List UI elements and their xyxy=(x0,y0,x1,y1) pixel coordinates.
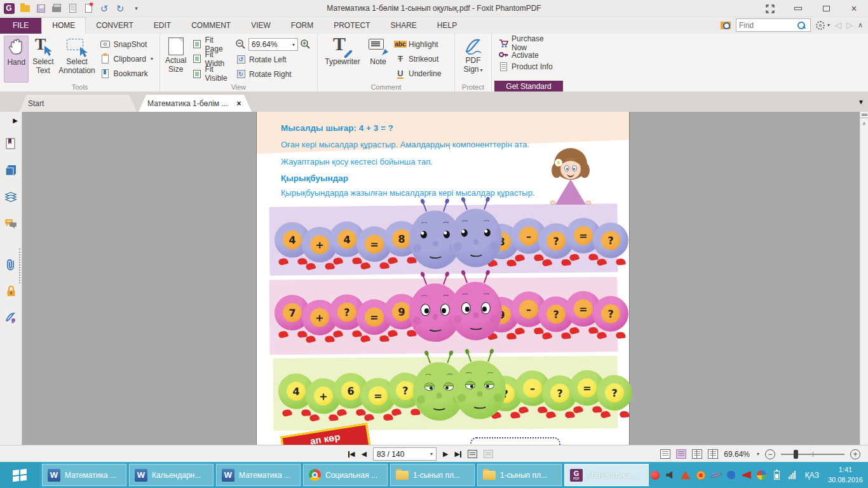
rotate-right-button[interactable]: ↻Rotate Right xyxy=(236,68,311,81)
language-indicator[interactable]: ҚАЗ xyxy=(805,471,819,480)
continuous-layout-icon[interactable] xyxy=(676,449,686,459)
taskbar-item-word-3[interactable]: WМатематика ... xyxy=(216,464,301,486)
zoom-out-button[interactable]: − xyxy=(765,449,775,459)
purchase-now-button[interactable]: Purchase Now xyxy=(498,37,560,50)
tray-horn-icon[interactable] xyxy=(742,470,752,480)
tray-planet-icon[interactable] xyxy=(711,470,721,480)
taskbar-item-chrome[interactable]: Социальная ... xyxy=(303,464,388,486)
open-file-icon[interactable] xyxy=(19,3,31,14)
first-page-button[interactable]: ◀ xyxy=(348,450,355,458)
page-number-field[interactable]: 83 / 140▾ xyxy=(373,447,437,461)
split-view-handle[interactable] xyxy=(860,112,868,118)
next-view-icon[interactable] xyxy=(484,450,493,458)
close-button[interactable]: × xyxy=(840,0,868,17)
expand-panel-icon[interactable]: ▶ xyxy=(13,117,18,124)
tray-app-red-icon[interactable] xyxy=(650,470,660,480)
save-icon[interactable] xyxy=(35,3,46,14)
tab-share[interactable]: SHARE xyxy=(380,18,426,34)
minimize-button[interactable] xyxy=(784,0,812,17)
strikeout-button[interactable]: TStrikeout xyxy=(395,53,441,65)
search-icon[interactable] xyxy=(797,22,805,29)
doc-tab-start[interactable]: Start xyxy=(19,95,137,112)
customize-toolbar-icon[interactable]: ▾ xyxy=(130,3,142,14)
tray-antivirus-icon[interactable] xyxy=(696,470,706,480)
get-standard-button[interactable]: Get Standard xyxy=(494,81,563,92)
taskbar-item-foxit-active[interactable]: GPDFМатематика ... xyxy=(564,464,649,486)
activate-button[interactable]: Activate xyxy=(498,50,560,61)
actual-size-button[interactable]: Actual Size xyxy=(164,36,188,83)
zoom-dropdown-icon[interactable]: ▾ xyxy=(757,451,759,457)
tray-pinwheel-icon[interactable] xyxy=(757,470,767,480)
search-folder-icon[interactable] xyxy=(721,22,731,29)
taskbar-item-word-2[interactable]: WКальендарн... xyxy=(129,464,214,486)
previous-page-button[interactable]: ◀ xyxy=(361,450,366,458)
attachments-panel-icon[interactable] xyxy=(4,258,17,271)
tab-help[interactable]: HELP xyxy=(427,18,467,34)
bookmark-button[interactable]: Bookmark xyxy=(100,67,153,80)
tab-list-dropdown-icon[interactable]: ▼ xyxy=(858,98,864,105)
document-view[interactable]: Мысалды шығар: 4 + 3 = ? Оған кері мысал… xyxy=(23,112,868,462)
pages-panel-icon[interactable] xyxy=(4,164,17,177)
foxit-logo-icon[interactable]: G xyxy=(3,3,15,14)
zoom-combobox[interactable]: 69.64%▾ xyxy=(248,38,298,51)
snapshot-button[interactable]: SnapShot xyxy=(100,38,153,51)
taskbar-item-folder-2[interactable]: 1-сынып пл... xyxy=(477,464,562,486)
typewriter-button[interactable]: T Typewriter xyxy=(322,36,363,83)
start-button[interactable] xyxy=(0,462,39,488)
tray-signal-icon[interactable] xyxy=(787,470,797,480)
pdf-sign-button[interactable]: PDF Sign▾ xyxy=(459,36,487,83)
note-button[interactable]: Note xyxy=(365,36,391,83)
fit-visible-button[interactable]: Fit Visible xyxy=(192,67,229,80)
find-next-icon[interactable]: ▷ xyxy=(846,20,853,30)
tray-glove-icon[interactable] xyxy=(726,470,736,480)
rotate-left-button[interactable]: ↺Rotate Left xyxy=(236,53,311,66)
fit-page-button[interactable]: Fit Page xyxy=(192,38,229,51)
doc-tab-current[interactable]: Математика 1-бөлім ... × xyxy=(139,95,252,112)
bookmarks-panel-icon[interactable] xyxy=(4,137,17,150)
scroll-up-icon[interactable]: ∧ xyxy=(860,118,868,126)
tray-battery-icon[interactable] xyxy=(772,470,782,480)
tab-file[interactable]: FILE xyxy=(0,18,41,34)
comments-panel-icon[interactable] xyxy=(4,217,17,230)
signature-panel-icon[interactable] xyxy=(4,311,17,324)
zoom-slider[interactable] xyxy=(781,450,844,459)
facing-layout-icon[interactable] xyxy=(692,449,702,459)
taskbar-item-word-1[interactable]: WМатематика ... xyxy=(42,464,126,486)
previous-view-icon[interactable] xyxy=(468,450,477,458)
clipboard-button[interactable]: Clipboard▾ xyxy=(100,53,153,65)
restore-button[interactable] xyxy=(812,0,840,17)
hand-tool-button[interactable]: Hand xyxy=(4,36,29,83)
find-options[interactable]: ▾ xyxy=(816,21,830,30)
select-annotation-button[interactable]: Select Annotation xyxy=(57,36,96,83)
redo-icon[interactable]: ↻ xyxy=(114,3,126,14)
tab-form[interactable]: FORM xyxy=(281,18,323,34)
security-panel-icon[interactable] xyxy=(4,285,17,297)
highlight-button[interactable]: abcHighlight xyxy=(395,38,441,51)
last-page-button[interactable]: ▶ xyxy=(454,450,461,458)
clock[interactable]: 1:41 30.08.2016 xyxy=(828,465,863,485)
taskbar-item-folder-1[interactable]: 1-сынып пл... xyxy=(390,464,475,486)
continuous-facing-layout-icon[interactable] xyxy=(708,449,718,459)
find-previous-icon[interactable]: ◁ xyxy=(835,20,841,30)
tab-convert[interactable]: CONVERT xyxy=(86,18,143,34)
zoom-in-button[interactable]: + xyxy=(850,449,860,459)
undo-icon[interactable]: ↺ xyxy=(98,3,110,14)
tab-edit[interactable]: EDIT xyxy=(144,18,181,34)
product-info-button[interactable]: Product Info xyxy=(498,61,560,72)
single-page-layout-icon[interactable] xyxy=(660,449,670,459)
zoom-out-icon[interactable] xyxy=(236,39,246,50)
print-icon[interactable] xyxy=(51,3,62,14)
new-document-icon[interactable] xyxy=(83,3,94,14)
tab-home[interactable]: HOME xyxy=(41,17,86,34)
vertical-scrollbar[interactable]: ∧ xyxy=(860,112,868,445)
tab-protect[interactable]: PROTECT xyxy=(323,18,380,34)
zoom-in-icon[interactable] xyxy=(301,39,311,50)
close-tab-icon[interactable]: × xyxy=(236,99,241,108)
tray-volume-icon[interactable] xyxy=(665,470,675,480)
find-input[interactable] xyxy=(739,21,797,30)
panel-resize-handle[interactable] xyxy=(19,248,21,283)
tab-comment[interactable]: COMMENT xyxy=(181,18,241,34)
fullscreen-icon[interactable] xyxy=(756,0,784,17)
select-text-button[interactable]: T Select Text xyxy=(30,36,56,83)
collapse-ribbon-icon[interactable]: ∧ xyxy=(858,21,863,29)
